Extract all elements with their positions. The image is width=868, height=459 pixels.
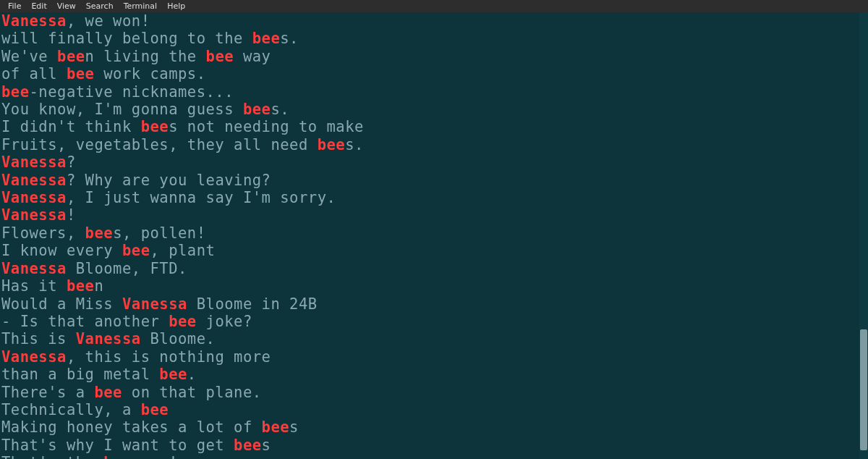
search-highlight: Vanessa — [1, 260, 67, 277]
terminal-wrapper: Vanessa, we won!will finally belong to t… — [0, 12, 868, 459]
terminal-line: Vanessa, we won! — [1, 12, 858, 30]
terminal-line: Flowers, bees, pollen! — [1, 224, 858, 242]
search-highlight: bee — [57, 48, 85, 65]
menu-search[interactable]: Search — [81, 1, 119, 12]
terminal-line: Would a Miss Vanessa Bloome in 24B — [1, 295, 858, 313]
menu-view[interactable]: View — [52, 1, 81, 12]
terminal-line: Vanessa! — [1, 206, 858, 224]
search-highlight: bee — [1, 83, 30, 101]
search-highlight: Vanessa — [1, 172, 67, 189]
search-highlight: bee — [206, 48, 234, 65]
search-highlight: bee — [318, 136, 346, 153]
menu-terminal[interactable]: Terminal — [119, 1, 163, 12]
terminal-line: Technically, a bee — [1, 401, 858, 418]
terminal-line: We've been living the bee way — [1, 48, 858, 65]
terminal-line: of all bee work camps. — [1, 65, 858, 83]
terminal-line: There's a bee on that plane. — [1, 384, 858, 401]
terminal-line: This is Vanessa Bloome. — [1, 330, 858, 348]
search-highlight: bee — [141, 118, 169, 135]
search-highlight: bee — [141, 401, 169, 418]
search-highlight: bee — [122, 242, 150, 259]
menu-edit[interactable]: Edit — [26, 1, 51, 12]
terminal-line: Making honey takes a lot of bees — [1, 418, 858, 436]
search-highlight: bee — [94, 384, 122, 401]
search-highlight: bee — [252, 30, 281, 47]
search-highlight: bee — [234, 437, 262, 454]
terminal-line: - Is that another bee joke? — [1, 313, 858, 330]
search-highlight: Vanessa — [1, 206, 67, 224]
terminal-line: than a big metal bee. — [1, 366, 858, 383]
terminal-line: That's why I want to get bees — [1, 437, 858, 454]
search-highlight: bee — [169, 313, 197, 330]
menubar: File Edit View Search Terminal Help — [0, 0, 868, 12]
search-highlight: bee — [85, 224, 114, 242]
search-highlight: Vanessa — [1, 12, 67, 30]
search-highlight: bee — [67, 277, 95, 295]
terminal-line: Vanessa, I just wanna say I'm sorry. — [1, 189, 858, 206]
search-highlight: bee — [159, 366, 187, 383]
terminal-line: Fruits, vegetables, they all need bees. — [1, 136, 858, 153]
terminal-line: Vanessa Bloome, FTD. — [1, 260, 858, 277]
terminal-line: bee-negative nicknames... — [1, 83, 858, 101]
terminal-line: I didn't think bees not needing to make — [1, 118, 858, 135]
search-highlight: bee — [67, 65, 95, 83]
terminal-output[interactable]: Vanessa, we won!will finally belong to t… — [0, 12, 859, 459]
terminal-line: Vanessa, this is nothing more — [1, 348, 858, 366]
search-highlight: Vanessa — [76, 330, 141, 348]
terminal-line: You know, I'm gonna guess bees. — [1, 101, 858, 118]
terminal-line: I know every bee, plant — [1, 242, 858, 259]
menu-file[interactable]: File — [3, 1, 26, 12]
terminal-line: Vanessa? Why are you leaving? — [1, 172, 858, 189]
terminal-line: Vanessa? — [1, 153, 858, 171]
search-highlight: bee — [103, 454, 132, 459]
search-highlight: bee — [262, 418, 290, 436]
scrollbar-thumb[interactable] — [860, 329, 867, 450]
terminal-line: That's the bee way! — [1, 454, 858, 459]
terminal-line: will finally belong to the bees. — [1, 30, 858, 47]
scrollbar-track[interactable] — [859, 12, 868, 459]
search-highlight: bee — [243, 101, 271, 118]
search-highlight: Vanessa — [1, 348, 67, 366]
terminal-line: Has it been — [1, 277, 858, 295]
search-highlight: Vanessa — [1, 189, 67, 206]
search-highlight: Vanessa — [122, 295, 187, 313]
search-highlight: Vanessa — [1, 153, 67, 171]
menu-help[interactable]: Help — [162, 1, 190, 12]
